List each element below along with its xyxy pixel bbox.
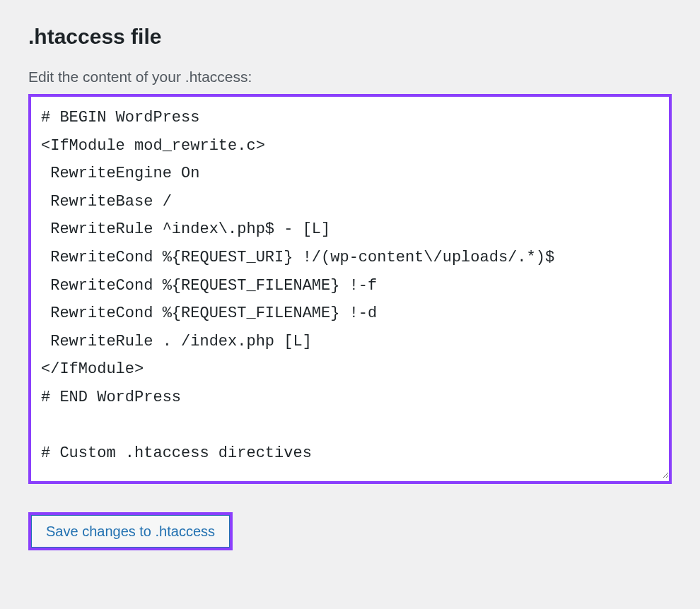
save-button-highlight: Save changes to .htaccess	[28, 512, 233, 550]
save-htaccess-button[interactable]: Save changes to .htaccess	[31, 515, 230, 548]
htaccess-textarea-highlight	[28, 94, 672, 484]
htaccess-edit-label: Edit the content of your .htaccess:	[28, 69, 672, 85]
page-title: .htaccess file	[28, 25, 672, 49]
htaccess-textarea[interactable]	[31, 97, 669, 478]
